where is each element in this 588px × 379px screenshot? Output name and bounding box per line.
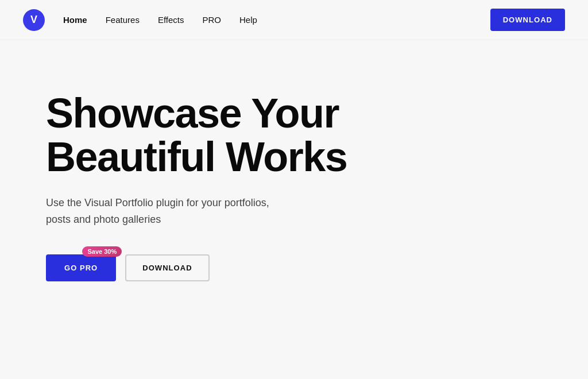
go-pro-button-wrapper: Save 30% GO PRO — [46, 254, 116, 281]
save-badge: Save 30% — [82, 246, 122, 257]
nav-link-features[interactable]: Features — [106, 15, 140, 25]
logo[interactable]: V — [23, 9, 45, 31]
nav-links: Home Features Effects PRO Help — [63, 15, 490, 25]
navbar: V Home Features Effects PRO Help DOWNLOA… — [0, 0, 588, 40]
go-pro-button[interactable]: GO PRO — [46, 254, 116, 281]
hero-subtitle: Use the Visual Portfolio plugin for your… — [46, 195, 287, 228]
hero-title-line2: Beautiful Works — [46, 134, 347, 180]
hero-download-button[interactable]: DOWNLOAD — [125, 254, 209, 281]
nav-link-help[interactable]: Help — [239, 15, 257, 25]
nav-link-effects[interactable]: Effects — [158, 15, 184, 25]
hero-title-line1: Showcase Your — [46, 90, 339, 136]
nav-link-pro[interactable]: PRO — [202, 15, 221, 25]
hero-buttons: Save 30% GO PRO DOWNLOAD — [46, 254, 356, 281]
logo-letter: V — [30, 14, 37, 26]
hero-section: Showcase Your Beautiful Works Use the Vi… — [0, 40, 402, 316]
nav-link-home[interactable]: Home — [63, 15, 87, 25]
nav-download-button[interactable]: DOWNLOAD — [490, 9, 565, 31]
hero-title: Showcase Your Beautiful Works — [46, 92, 356, 179]
